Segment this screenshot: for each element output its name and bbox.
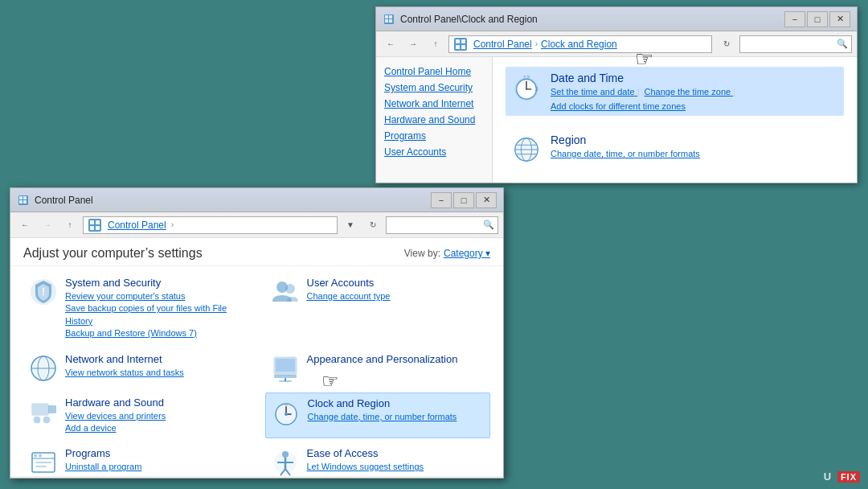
grid-item-clock[interactable]: Clock and Region Change date, time, or n… [265,392,491,439]
back-region-item[interactable]: Region Change date, time, or number form… [506,129,844,171]
grid-item-network[interactable]: Network and Internet View network status… [23,349,249,388]
svg-rect-59 [35,462,51,463]
back-search-box[interactable]: 🔍 [739,35,852,53]
network-link-1[interactable]: View network status and tasks [65,367,244,379]
back-datetime-item[interactable]: 12 3 Date and Time Set the time and date… [506,67,844,116]
front-btn-back[interactable]: ← [15,216,35,234]
front-btn-forward[interactable]: → [38,216,57,234]
region-links: Change date, time, or number formats [551,149,839,158]
appearance-title[interactable]: Appearance and Personalization [307,353,486,365]
svg-rect-3 [385,19,388,23]
datetime-link-zone[interactable]: Change the time zone [645,87,736,101]
ease-access-icon [270,447,301,476]
back-btn-forward[interactable]: → [403,35,423,53]
system-security-text: System and Security Review your computer… [65,277,244,340]
view-by-control: View by: Category ▾ [404,248,490,259]
back-search-icon: 🔍 [837,39,848,49]
hardware-link-2[interactable]: Add a device [65,422,244,434]
ease-access-title[interactable]: Ease of Access [307,447,486,459]
grid-item-hardware[interactable]: Hardware and Sound View devices and prin… [23,392,249,439]
datetime-link-clocks[interactable]: Add clocks for different time zones [551,101,686,111]
clock-title[interactable]: Clock and Region [308,397,485,409]
front-search-box[interactable]: 🔍 [386,216,498,234]
back-sidebar-item-programs[interactable]: Programs [376,128,492,144]
hardware-link-1[interactable]: View devices and printers [65,410,244,422]
grid-item-programs[interactable]: Programs Uninstall a program [23,443,249,476]
svg-rect-42 [274,375,297,378]
ease-access-text: Ease of Access Let Windows suggest setti… [307,447,486,476]
front-address-input[interactable] [174,220,332,231]
system-link-1[interactable]: Review your computer's status [65,290,244,302]
region-icon [510,134,542,166]
front-btn-up[interactable]: ↑ [60,216,80,234]
svg-point-58 [39,454,42,458]
grid-item-accounts[interactable]: User Accounts Change account type [265,273,491,344]
view-by-label: View by: [404,248,440,259]
grid-item-system[interactable]: ! System and Security Review your comput… [23,273,249,344]
svg-rect-31 [96,226,100,230]
system-security-title[interactable]: System and Security [65,277,244,289]
programs-text: Programs Uninstall a program [65,447,244,473]
back-sidebar-item-network[interactable]: Network and Internet [376,96,492,112]
back-toolbar: ← → ↑ Control Panel › Clock and Region ↻… [376,31,857,57]
watermark: U FIX [824,471,862,483]
back-sidebar-item-home[interactable]: Control Panel Home [376,64,492,80]
system-link-3[interactable]: Backup and Restore (Windows 7) [65,327,244,339]
back-titlebar: Control Panel\Clock and Region − □ ✕ [376,7,857,31]
back-minimize-button[interactable]: − [784,11,805,27]
svg-point-53 [285,413,288,416]
front-refresh-button[interactable]: ↻ [363,216,383,234]
view-by-value[interactable]: Category ▾ [444,248,490,259]
back-address-bar[interactable]: Control Panel › Clock and Region [448,35,712,53]
front-window-title: Control Panel [35,195,431,206]
back-sidebar-item-accounts[interactable]: User Accounts [376,144,492,160]
clock-link-1[interactable]: Change date, time, or number formats [308,411,485,423]
front-minimize-button[interactable]: − [431,192,452,208]
category-grid: ! System and Security Review your comput… [10,266,503,476]
svg-rect-24 [23,196,27,199]
back-close-button[interactable]: ✕ [829,11,850,27]
front-address-bar[interactable]: Control Panel › [83,216,338,234]
front-close-button[interactable]: ✕ [476,192,497,208]
back-maximize-button[interactable]: □ [807,11,828,27]
back-btn-back[interactable]: ← [381,35,400,53]
programs-icon [28,447,59,476]
front-main: Adjust your computer’s settings View by:… [10,238,503,476]
user-accounts-title[interactable]: User Accounts [307,277,486,289]
hardware-icon [28,397,59,427]
svg-point-47 [34,417,40,423]
back-btn-up[interactable]: ↑ [426,35,445,53]
back-sidebar-item-hardware[interactable]: Hardware and Sound [376,112,492,128]
svg-text:!: ! [42,286,45,298]
programs-link-1[interactable]: Uninstall a program [65,461,244,473]
back-refresh-button[interactable]: ↻ [717,35,736,53]
ease-link-2[interactable]: Optimize visual display [307,474,486,476]
region-link-format[interactable]: Change date, time, or number formats [551,149,700,158]
system-link-2[interactable]: Save backup copies of your files with Fi… [65,302,244,327]
user-accounts-icon [270,277,301,307]
region-title[interactable]: Region [551,134,839,146]
network-icon [28,353,59,384]
front-address-dropdown[interactable]: ▼ [341,216,360,234]
svg-text:12: 12 [523,74,530,81]
svg-text:3: 3 [534,85,538,92]
datetime-links: Set the time and date Change the time zo… [551,87,839,111]
back-titlebar-controls: − □ ✕ [784,11,850,27]
network-text: Network and Internet View network status… [65,353,244,379]
programs-title[interactable]: Programs [65,447,244,459]
accounts-link-1[interactable]: Change account type [307,290,486,302]
datetime-title[interactable]: Date and Time [551,72,839,84]
front-maximize-button[interactable]: □ [453,192,474,208]
svg-rect-45 [32,404,48,415]
svg-point-54 [285,404,288,407]
back-sidebar: Control Panel Home System and Security N… [376,57,493,183]
ease-link-1[interactable]: Let Windows suggest settings [307,461,486,473]
back-sidebar-item-system[interactable]: System and Security [376,80,492,96]
grid-item-ease[interactable]: Ease of Access Let Windows suggest setti… [265,443,491,476]
network-title[interactable]: Network and Internet [65,353,244,365]
hardware-title[interactable]: Hardware and Sound [65,397,244,409]
datetime-link-set[interactable]: Set the time and date [551,87,640,101]
svg-point-35 [285,284,295,294]
grid-item-appearance[interactable]: Appearance and Personalization [265,349,491,388]
back-breadcrumb: Control Panel › Clock and Region [454,38,617,51]
